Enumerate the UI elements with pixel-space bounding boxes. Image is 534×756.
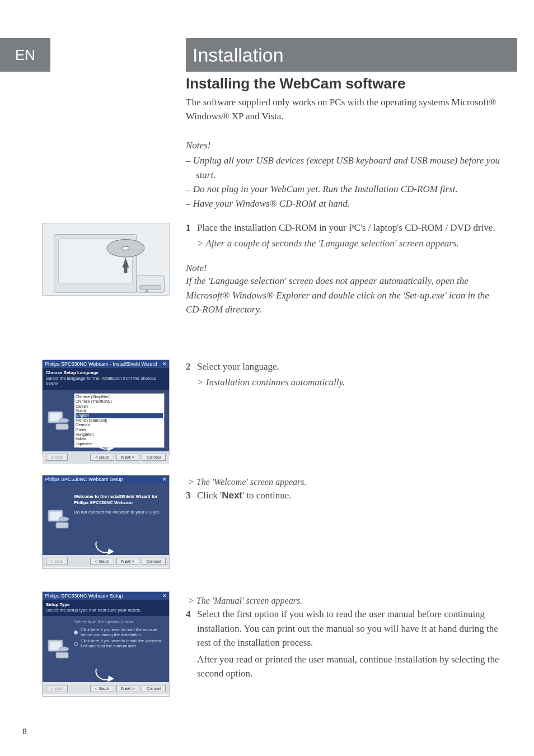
arrow-icon	[93, 539, 115, 558]
list-item[interactable]: Chinese (Simplified)	[76, 395, 163, 399]
page-title-bar: Installation	[186, 38, 517, 72]
install-button[interactable]: Install	[46, 454, 68, 461]
cancel-button[interactable]: Cancel	[142, 685, 166, 692]
next-button[interactable]: Next >	[116, 454, 139, 461]
list-item-selected[interactable]: English	[76, 413, 163, 418]
step-text: After you read or printed the user manua…	[197, 652, 500, 681]
step-result: > After a couple of seconds the 'Languag…	[197, 236, 500, 251]
arrow-icon	[93, 666, 115, 685]
step-number: 3	[186, 488, 197, 503]
svg-point-15	[59, 517, 69, 521]
install-button[interactable]: Install	[46, 685, 68, 692]
list-item[interactable]: Italian	[76, 437, 163, 441]
list-item[interactable]: Hungarian	[76, 432, 163, 437]
notes-heading: Notes!	[186, 140, 500, 151]
close-icon: ✕	[162, 477, 167, 482]
list-item[interactable]: Danish	[76, 404, 163, 409]
computer-icon	[46, 408, 71, 433]
welcome-subtext: Do not connect the webcam to your PC yet…	[74, 509, 163, 515]
list-item[interactable]: German	[76, 423, 163, 427]
options-heading: Select from the options below:	[74, 616, 165, 627]
wizard-title: Philips SPC530NC Webcam - InstallShield …	[45, 361, 157, 367]
list-item[interactable]: Chinese (Traditional)	[76, 399, 163, 404]
next-button[interactable]: Next >	[116, 558, 139, 565]
svg-point-19	[59, 647, 69, 651]
computer-icon	[46, 507, 71, 531]
radio-option[interactable]: Click here if you want to read the manua…	[74, 627, 165, 638]
wizard-title: Philips SPC530NC Webcam Setup	[45, 477, 123, 482]
arrow-icon	[93, 436, 115, 455]
back-button[interactable]: < Back	[90, 685, 114, 692]
next-button[interactable]: Next >	[116, 685, 139, 692]
wizard-subtitle: Choose Setup Language	[46, 370, 166, 376]
welcome-heading: Welcome to the InstallShield Wizard for …	[74, 493, 163, 506]
step-result: > The 'Manual' screen appears.	[186, 596, 500, 606]
svg-point-11	[59, 418, 69, 423]
list-item[interactable]: Japanese	[76, 442, 163, 446]
note-heading: Note!	[186, 263, 500, 274]
step-number: 2	[186, 360, 197, 389]
section-heading: Installing the WebCam software	[186, 75, 500, 92]
wizard-subtext: Select the setup type that best suits yo…	[46, 608, 166, 613]
note-item: – Do not plug in your WebCam yet. Run th…	[186, 182, 500, 197]
back-button[interactable]: < Back	[90, 454, 114, 461]
list-item[interactable]: French (Standard)	[76, 418, 163, 423]
welcome-screenshot: Philips SPC530NC Webcam Setup ✕ Welcome …	[42, 475, 170, 569]
step-number: 4	[186, 607, 197, 681]
next-label: Next	[222, 490, 242, 501]
computer-icon	[46, 637, 71, 661]
close-icon: ✕	[162, 361, 167, 367]
option-label: Click here if you want to read the manua…	[81, 627, 165, 637]
cancel-button[interactable]: Cancel	[142, 454, 166, 461]
cdrom-illustration	[42, 223, 170, 296]
list-item[interactable]: Korean	[76, 446, 163, 448]
language-tab: EN	[0, 38, 50, 72]
svg-rect-10	[56, 424, 68, 430]
cancel-button[interactable]: Cancel	[142, 558, 166, 565]
svg-rect-3	[140, 285, 161, 290]
step-text: Select the first option if you wish to r…	[197, 607, 500, 650]
step-text: Place the installation CD-ROM in your PC…	[197, 221, 500, 235]
install-button[interactable]: Install	[46, 558, 68, 565]
radio-icon	[74, 631, 78, 634]
svg-rect-7	[124, 267, 127, 273]
svg-point-6	[122, 246, 130, 250]
wizard-subtitle: Setup Type	[46, 602, 166, 608]
note-item: – Unplug all your USB devices (except US…	[186, 153, 500, 182]
note-item: – Have your Windows® CD-ROM at hand.	[186, 197, 500, 211]
page-number: 8	[22, 727, 27, 736]
wizard-title: Philips SPC530NC Webcam Setup	[45, 593, 123, 599]
step-text-part: Click '	[197, 490, 222, 501]
step-result: > Installation continues automatically.	[197, 375, 500, 390]
language-selection-screenshot: Philips SPC530NC Webcam - InstallShield …	[42, 360, 170, 455]
option-label: Click here if you want to install the we…	[81, 638, 165, 648]
list-item[interactable]: Greek	[76, 428, 163, 432]
radio-icon	[74, 642, 78, 646]
svg-rect-14	[56, 522, 68, 528]
wizard-subtext: Select the language for the installation…	[46, 376, 166, 386]
back-button[interactable]: < Back	[90, 558, 114, 565]
step-result: > The 'Welcome' screen appears.	[186, 477, 500, 487]
language-listbox[interactable]: Chinese (Simplified) Chinese (Traditiona…	[74, 393, 165, 448]
svg-rect-18	[56, 652, 68, 658]
step-text: Select your language.	[197, 360, 500, 374]
step-number: 1	[186, 221, 197, 250]
radio-option[interactable]: Click here if you want to install the we…	[74, 638, 165, 649]
intro-text: The software supplied only works on PCs …	[186, 96, 500, 123]
list-item[interactable]: Dutch	[76, 409, 163, 413]
manual-screenshot: Philips SPC530NC Webcam Setup ✕ Setup Ty…	[42, 591, 170, 697]
step-text-part: ' to continue.	[242, 490, 292, 501]
close-icon: ✕	[162, 593, 167, 599]
note-body: If the 'Language selection' screen does …	[186, 274, 500, 317]
